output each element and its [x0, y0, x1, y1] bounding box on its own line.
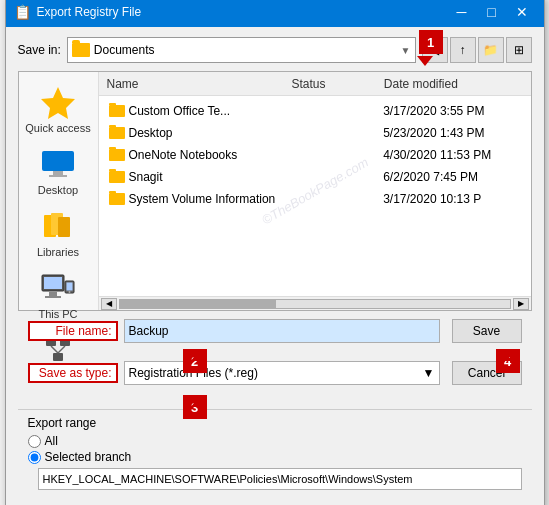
all-radio-row: All [28, 434, 522, 448]
col-name-header: Name [107, 77, 292, 91]
sidebar-item-desktop-label: Desktop [38, 184, 78, 196]
svg-rect-9 [49, 292, 57, 296]
sidebar-item-this-pc[interactable]: This PC [19, 266, 98, 324]
svg-rect-12 [67, 283, 73, 291]
folder-icon [109, 105, 125, 117]
sidebar-item-quick-access[interactable]: Quick access [19, 80, 98, 138]
selected-radio-row: Selected branch [28, 450, 522, 464]
libraries-icon [40, 208, 76, 244]
file-list-area: ©TheBookPage.com Name Status Date modifi… [99, 72, 531, 310]
dialog-title: Export Registry File [37, 5, 142, 19]
svg-rect-2 [53, 171, 63, 175]
file-name-label: File name: [28, 321, 118, 341]
selected-branch-label: Selected branch [45, 450, 132, 464]
main-area: Quick access Desktop [18, 71, 532, 311]
view-button[interactable]: ⊞ [506, 37, 532, 63]
this-pc-icon [40, 270, 76, 306]
svg-rect-6 [58, 217, 70, 237]
file-row-date: 3/17/2020 10:13 P [383, 192, 520, 206]
close-button[interactable]: ✕ [508, 1, 536, 23]
table-row[interactable]: System Volume Information 3/17/2020 10:1… [107, 188, 523, 210]
save-in-arrow: ▼ [401, 45, 411, 56]
save-button[interactable]: Save [452, 319, 522, 343]
horizontal-scrollbar[interactable]: ◀ ▶ [99, 296, 531, 310]
save-as-type-arrow: ▼ [423, 366, 435, 380]
sidebar-item-libraries-label: Libraries [37, 246, 79, 258]
desktop-icon [40, 146, 76, 182]
annotation-1: 1 [419, 30, 443, 54]
svg-rect-10 [45, 296, 61, 298]
table-row[interactable]: OneNote Notebooks 4/30/2020 11:53 PM [107, 144, 523, 166]
table-row[interactable]: Snagit 6/2/2020 7:45 PM [107, 166, 523, 188]
branch-path-input[interactable] [38, 468, 522, 490]
scroll-left-button[interactable]: ◀ [101, 298, 117, 310]
file-row-name: OneNote Notebooks [109, 148, 292, 162]
table-row[interactable]: Desktop 5/23/2020 1:43 PM [107, 122, 523, 144]
dialog-body: Save in: Documents ▼ 1 ◀ ↑ 📁 ⊞ [6, 27, 544, 505]
file-list[interactable]: Custom Office Te... 3/17/2020 3:55 PM De… [99, 96, 531, 296]
svg-rect-16 [53, 353, 63, 361]
save-in-combo[interactable]: Documents ▼ 1 [67, 37, 416, 63]
selected-branch-radio[interactable] [28, 451, 41, 464]
save-in-label: Save in: [18, 43, 61, 57]
scroll-right-button[interactable]: ▶ [513, 298, 529, 310]
svg-marker-0 [41, 87, 75, 119]
file-row-date: 4/30/2020 11:53 PM [383, 148, 520, 162]
sidebar-item-libraries[interactable]: Libraries [19, 204, 98, 262]
annotation-3-arrow [191, 397, 205, 407]
file-row-name: Custom Office Te... [109, 104, 292, 118]
title-bar: 📋 Export Registry File ─ □ ✕ [6, 0, 544, 27]
folder-icon [109, 171, 125, 183]
svg-rect-3 [49, 175, 67, 177]
up-button[interactable]: ↑ [450, 37, 476, 63]
title-controls: ─ □ ✕ [448, 1, 536, 23]
table-row[interactable]: Custom Office Te... 3/17/2020 3:55 PM [107, 100, 523, 122]
file-name-row: File name: // Set value after render doc… [28, 319, 522, 343]
save-as-type-combo[interactable]: Registration Files (*.reg) ▼ [124, 361, 440, 385]
file-row-date: 6/2/2020 7:45 PM [383, 170, 520, 184]
file-row-date: 3/17/2020 3:55 PM [383, 104, 520, 118]
minimize-button[interactable]: ─ [448, 1, 476, 23]
save-as-type-label: Save as type: [28, 363, 118, 383]
folder-icon [72, 43, 90, 57]
file-row-name: System Volume Information [109, 192, 292, 206]
folder-icon [109, 149, 125, 161]
all-label: All [45, 434, 58, 448]
svg-rect-8 [44, 277, 62, 289]
file-name-input[interactable] [124, 319, 440, 343]
svg-point-13 [69, 291, 71, 293]
file-row-date: 5/23/2020 1:43 PM [383, 126, 520, 140]
quick-access-icon [40, 84, 76, 120]
export-registry-dialog: 📋 Export Registry File ─ □ ✕ Save in: Do… [5, 0, 545, 505]
scroll-thumb [120, 300, 276, 308]
col-status-header: Status [291, 77, 383, 91]
svg-line-18 [58, 346, 65, 353]
save-in-row: Save in: Documents ▼ 1 ◀ ↑ 📁 ⊞ [18, 37, 532, 63]
all-radio[interactable] [28, 435, 41, 448]
file-row-name: Desktop [109, 126, 292, 140]
save-as-type-row: Save as type: Registration Files (*.reg)… [28, 361, 522, 385]
sidebar-item-desktop[interactable]: Desktop [19, 142, 98, 200]
folder-icon [109, 127, 125, 139]
dialog-title-icon: 📋 [14, 4, 31, 20]
export-range: Export range All Selected branch [18, 409, 532, 498]
annotation-2-arrow [191, 351, 205, 361]
folder-icon [109, 193, 125, 205]
scroll-track[interactable] [119, 299, 511, 309]
svg-line-17 [51, 346, 58, 353]
create-folder-button[interactable]: 📁 [478, 37, 504, 63]
save-in-value: Documents [94, 43, 397, 57]
sidebar-item-quick-access-label: Quick access [25, 122, 90, 134]
svg-rect-1 [42, 151, 74, 171]
title-bar-left: 📋 Export Registry File [14, 4, 142, 20]
col-date-header: Date modified [384, 77, 523, 91]
annotation-4-arrow [498, 351, 512, 361]
file-list-header: Name Status Date modified [99, 72, 531, 96]
export-range-title: Export range [28, 416, 522, 430]
maximize-button[interactable]: □ [478, 1, 506, 23]
file-row-name: Snagit [109, 170, 292, 184]
left-sidebar: Quick access Desktop [19, 72, 99, 310]
annotation-1-arrow [417, 56, 433, 66]
